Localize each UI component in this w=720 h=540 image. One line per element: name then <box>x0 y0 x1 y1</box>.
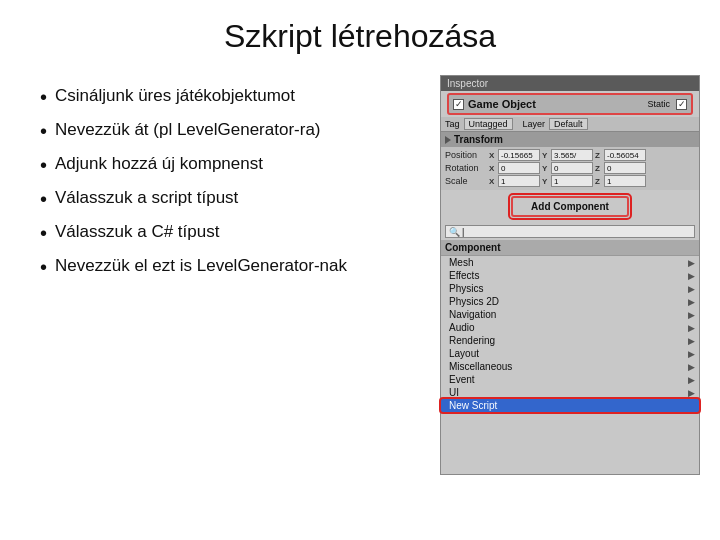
arrow-icon: ▶ <box>688 297 695 307</box>
component-item-navigation[interactable]: Navigation ▶ <box>441 308 699 321</box>
component-item-physics2d[interactable]: Physics 2D ▶ <box>441 295 699 308</box>
search-cursor: | <box>462 227 464 237</box>
rotation-z[interactable]: 0 <box>604 162 646 174</box>
component-item-miscellaneous[interactable]: Miscellaneous ▶ <box>441 360 699 373</box>
component-item-ui[interactable]: UI ▶ <box>441 386 699 399</box>
position-label: Position <box>445 150 487 160</box>
layer-label: Layer <box>523 119 546 129</box>
component-item-effects[interactable]: Effects ▶ <box>441 269 699 282</box>
rotation-row: Rotation X 0 Y 0 Z 0 <box>445 162 695 174</box>
list-item: Válasszuk a C# típust <box>40 221 420 245</box>
transform-label: Transform <box>454 134 503 145</box>
transform-header: Transform <box>441 131 699 147</box>
arrow-icon: ▶ <box>688 310 695 320</box>
arrow-icon: ▶ <box>688 336 695 346</box>
z-label: Z <box>595 151 603 160</box>
x-label: X <box>489 151 497 160</box>
arrow-icon: ▶ <box>688 323 695 333</box>
inspector-title: Inspector <box>447 78 488 89</box>
tag-value[interactable]: Untagged <box>464 118 513 130</box>
arrow-icon: ▶ <box>688 362 695 372</box>
tag-layer-row: Tag Untagged Layer Default <box>441 117 699 131</box>
tag-label: Tag <box>445 119 460 129</box>
rotation-label: Rotation <box>445 163 487 173</box>
static-checkbox[interactable] <box>676 99 687 110</box>
gameobject-row[interactable]: Game Object Static <box>447 93 693 115</box>
gameobject-checkbox[interactable] <box>453 99 464 110</box>
scale-x[interactable]: 1 <box>498 175 540 187</box>
position-x[interactable]: -0.15665 <box>498 149 540 161</box>
list-item: Adjunk hozzá új kompnenst <box>40 153 420 177</box>
component-item-physics[interactable]: Physics ▶ <box>441 282 699 295</box>
arrow-icon: ▶ <box>688 388 695 398</box>
gameobject-name: Game Object <box>468 98 536 110</box>
component-item-layout[interactable]: Layout ▶ <box>441 347 699 360</box>
search-row: 🔍 | <box>441 223 699 240</box>
scale-y[interactable]: 1 <box>551 175 593 187</box>
component-search-box[interactable]: 🔍 | <box>445 225 695 238</box>
page-title: Szkript létrehozása <box>0 0 720 65</box>
rotation-y[interactable]: 0 <box>551 162 593 174</box>
arrow-icon: ▶ <box>688 284 695 294</box>
position-y[interactable]: 3.565/ <box>551 149 593 161</box>
scale-label: Scale <box>445 176 487 186</box>
list-item: Nevezzük át (pl LevelGenerator-ra) <box>40 119 420 143</box>
arrow-icon: ▶ <box>688 375 695 385</box>
bullet-list: Csináljunk üres játékobjektumot Nevezzük… <box>20 75 440 475</box>
scale-z[interactable]: 1 <box>604 175 646 187</box>
component-item-event[interactable]: Event ▶ <box>441 373 699 386</box>
rotation-x[interactable]: 0 <box>498 162 540 174</box>
transform-grid: Position X -0.15665 Y 3.565/ Z -0.56054 <box>441 147 699 190</box>
y-label: Y <box>542 151 550 160</box>
arrow-icon: ▶ <box>688 258 695 268</box>
new-script-wrapper: New Script <box>441 399 699 412</box>
component-item-mesh[interactable]: Mesh ▶ <box>441 256 699 269</box>
layer-value[interactable]: Default <box>549 118 588 130</box>
search-icon: 🔍 <box>449 227 460 237</box>
position-z[interactable]: -0.56054 <box>604 149 646 161</box>
arrow-icon: ▶ <box>688 349 695 359</box>
add-component-button[interactable]: Add Component <box>511 196 629 217</box>
inspector-titlebar: Inspector <box>441 76 699 91</box>
component-list-header: Component <box>441 240 699 256</box>
list-item: Nevezzük el ezt is LevelGenerator-nak <box>40 255 420 279</box>
triangle-icon <box>445 136 451 144</box>
static-label: Static <box>647 99 670 109</box>
position-row: Position X -0.15665 Y 3.565/ Z -0.56054 <box>445 149 695 161</box>
component-item-audio[interactable]: Audio ▶ <box>441 321 699 334</box>
arrow-icon: ▶ <box>688 271 695 281</box>
component-list: Component Mesh ▶ Effects ▶ Physics ▶ Phy… <box>441 240 699 412</box>
inspector-panel: Inspector Game Object Static Tag Untagge… <box>440 75 700 475</box>
component-item-rendering[interactable]: Rendering ▶ <box>441 334 699 347</box>
component-item-newscript[interactable]: New Script <box>441 399 699 412</box>
list-item: Csináljunk üres játékobjektumot <box>40 85 420 109</box>
add-component-container: Add Component <box>445 196 695 217</box>
scale-row: Scale X 1 Y 1 Z 1 <box>445 175 695 187</box>
list-item: Válasszuk a script típust <box>40 187 420 211</box>
